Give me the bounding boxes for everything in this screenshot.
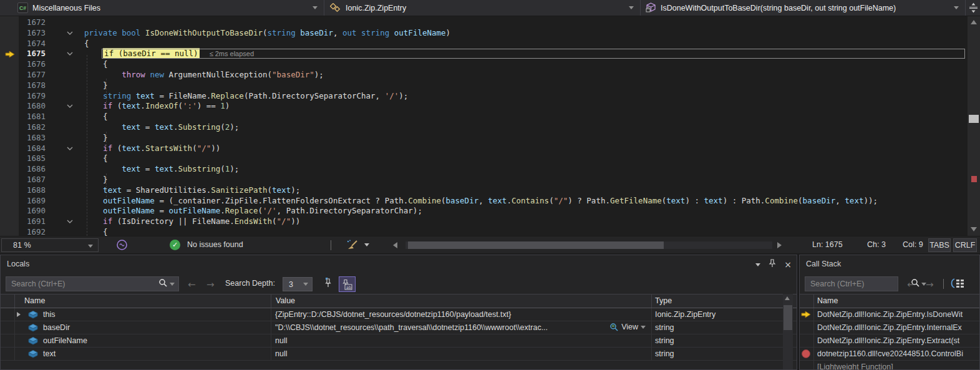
column-header-name[interactable]: Name xyxy=(817,296,838,305)
callstack-table-header[interactable]: Name xyxy=(800,294,979,308)
locals-row[interactable]: this{ZipEntry::D:/CBJS/dotnet_resources/… xyxy=(1,308,797,321)
code-cleanup-broom-icon[interactable] xyxy=(346,240,358,252)
split-editor-button[interactable] xyxy=(969,2,978,16)
locals-search-box[interactable] xyxy=(6,276,179,291)
search-depth-dropdown[interactable]: 3 xyxy=(283,277,313,291)
column-header-name[interactable]: Name xyxy=(24,296,45,305)
type-dropdown[interactable]: Ionic.Zip.ZipEntry xyxy=(325,0,641,16)
code-line[interactable]: 1672 xyxy=(0,17,980,28)
hscroll-left-arrow[interactable] xyxy=(393,242,397,248)
code-line[interactable]: 1691 if (IsDirectory || FileName.EndsWit… xyxy=(0,217,980,227)
line-number: 1684 xyxy=(19,144,53,154)
callstack-search-input[interactable] xyxy=(805,280,911,288)
callstack-row[interactable]: DotNetZip.dll!Ionic.Zip.ZipEntry.Extract… xyxy=(800,334,979,348)
code-line[interactable]: 1673private bool IsDoneWithOutputToBaseD… xyxy=(0,28,980,39)
expander-icon[interactable] xyxy=(17,312,21,317)
tabs-indicator[interactable]: TABS xyxy=(928,238,951,252)
pin-property-names-toggle-icon[interactable]: ab xyxy=(339,276,356,292)
code-line[interactable]: 1678 } xyxy=(0,80,980,91)
code-text: { xyxy=(84,39,89,48)
locals-table-header[interactable]: Name Value Type xyxy=(1,294,797,308)
document-health-icon[interactable] xyxy=(116,239,128,253)
window-position-chevron-icon[interactable] xyxy=(755,263,760,266)
project-dropdown[interactable]: C# Miscellaneous Files xyxy=(0,0,324,16)
search-forward-arrow[interactable]: → xyxy=(206,279,215,290)
locals-type: string xyxy=(655,336,674,345)
fold-chevron-icon[interactable] xyxy=(53,49,84,59)
hscroll-thumb[interactable] xyxy=(408,241,664,249)
chevron-down-icon xyxy=(88,245,93,248)
code-line[interactable]: 1692 { xyxy=(0,227,980,236)
callstack-search-box[interactable] xyxy=(805,276,898,291)
code-line[interactable]: 1684 if (text.StartsWith("/")) xyxy=(0,144,980,154)
scroll-up-arrow[interactable] xyxy=(971,20,977,24)
locals-search-input[interactable] xyxy=(6,280,158,288)
code-line[interactable]: 1681 { xyxy=(0,112,980,122)
locals-value: null xyxy=(275,349,649,358)
code-line[interactable]: 1682 text = text.Substring(2); xyxy=(0,122,980,133)
issues-status-text[interactable]: No issues found xyxy=(187,240,243,249)
scrollbar-thumb[interactable] xyxy=(784,305,792,330)
search-options-chevron-icon[interactable] xyxy=(170,283,175,286)
locals-value: {ZipEntry::D:/CBJS/dotnet_resources/dotn… xyxy=(275,310,649,319)
code-line[interactable]: 1676 { xyxy=(0,59,980,70)
callstack-row[interactable]: DotNetZip.dll!Ionic.Zip.ZipEntry.IsDoneW… xyxy=(800,308,979,321)
callstack-row[interactable]: [Lightweight Function] xyxy=(800,361,979,369)
line-number: 1691 xyxy=(19,217,53,227)
breakpoint-icon[interactable] xyxy=(802,349,810,358)
search-back-arrow[interactable]: ← xyxy=(188,279,196,290)
callstack-row[interactable]: DotNetZip.dll!Ionic.Zip.ZipEntry.Interna… xyxy=(800,321,979,334)
code-line[interactable]: 1689 outFileName = (_container.ZipFile.F… xyxy=(0,196,980,207)
code-line[interactable]: 1690 outFileName = outFileName.Replace('… xyxy=(0,206,980,217)
scroll-down-arrow[interactable] xyxy=(971,227,977,231)
line-number: 1688 xyxy=(19,185,53,196)
fold-chevron-icon[interactable] xyxy=(53,217,84,227)
code-line[interactable]: 1674{ xyxy=(0,39,980,49)
fold-chevron-icon[interactable] xyxy=(53,144,84,154)
scrollbar-thumb[interactable] xyxy=(969,115,979,123)
perf-tip[interactable]: ≤ 2ms elapsed xyxy=(200,50,254,57)
scroll-up-arrow[interactable] xyxy=(785,296,790,300)
code-line[interactable]: 1686 text = text.Substring(1); xyxy=(0,164,980,175)
code-line[interactable]: 1688 text = SharedUtilities.SanitizePath… xyxy=(0,185,980,196)
locals-type: Ionic.Zip.ZipEntry xyxy=(655,310,716,319)
locals-row[interactable]: outFileNamenullstring xyxy=(1,334,797,348)
horizontal-scrollbar[interactable] xyxy=(405,241,772,249)
locals-row[interactable]: baseDir"D:\\CBJS\\dotnet_resources\\path… xyxy=(1,321,797,334)
search-back-arrow[interactable]: ← xyxy=(907,279,915,290)
hscroll-right-arrow[interactable] xyxy=(777,242,782,248)
column-header-type[interactable]: Type xyxy=(655,296,672,305)
locals-row[interactable]: textnullstring xyxy=(1,348,797,361)
code-line[interactable]: 1679 string text = FileName.Replace(Path… xyxy=(0,91,980,102)
pin-to-source-icon[interactable] xyxy=(325,278,334,289)
search-forward-arrow[interactable]: → xyxy=(926,279,934,290)
fold-chevron-icon[interactable] xyxy=(53,101,84,112)
code-line[interactable]: 1677 throw new ArgumentNullException("ba… xyxy=(0,70,980,80)
code-line[interactable]: 1675 if (baseDir == null)≤ 2ms elapsed xyxy=(0,49,980,59)
callstack-frames-icon[interactable] xyxy=(951,278,964,291)
code-line[interactable]: 1680 if (text.IndexOf(':') == 1) xyxy=(0,101,980,112)
callstack-panel-title: Call Stack xyxy=(806,260,841,268)
line-number: 1682 xyxy=(19,122,53,133)
code-line[interactable]: 1683 } xyxy=(0,133,980,144)
search-icon[interactable] xyxy=(158,278,167,290)
fold-chevron-icon[interactable] xyxy=(53,28,84,39)
callstack-frame-name: DotNetZip.dll!Ionic.Zip.ZipEntry.Interna… xyxy=(817,323,962,332)
zoom-dropdown[interactable]: 81 % xyxy=(1,238,99,252)
line-number: 1690 xyxy=(19,206,53,217)
code-line[interactable]: 1685 { xyxy=(0,153,980,164)
callstack-row[interactable]: dotnetzip1160.dll!cve202448510.ControlBi xyxy=(800,348,979,361)
view-button[interactable]: View xyxy=(608,323,647,331)
code-cleanup-chevron-icon[interactable] xyxy=(364,243,369,246)
member-dropdown[interactable]: IsDoneWithOutputToBaseDir(string baseDir… xyxy=(641,0,966,16)
locals-vertical-scrollbar[interactable] xyxy=(783,294,793,369)
code-editor[interactable]: 16721673private bool IsDoneWithOutputToB… xyxy=(0,16,980,236)
method-icon xyxy=(646,2,656,13)
editor-vertical-scrollbar[interactable] xyxy=(968,16,980,236)
code-line[interactable]: 1687 } xyxy=(0,175,980,185)
eol-indicator[interactable]: CRLF xyxy=(953,238,977,252)
pin-icon[interactable] xyxy=(769,259,776,270)
navigation-bar: C# Miscellaneous Files Ionic.Zip.ZipEntr… xyxy=(0,0,980,16)
column-header-value[interactable]: Value xyxy=(276,296,295,305)
close-icon[interactable]: × xyxy=(784,260,792,270)
